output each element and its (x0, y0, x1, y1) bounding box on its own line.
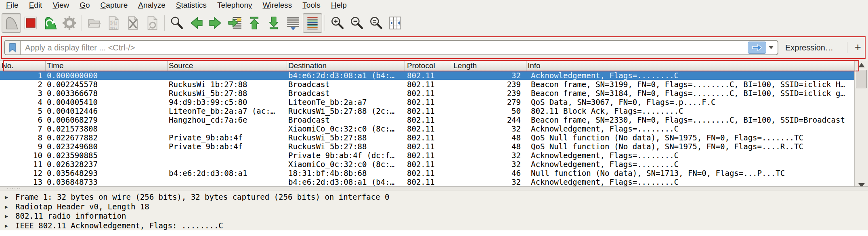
cell-destination: b4:e6:2d:d3:08:a1 (b4:… (288, 178, 394, 186)
menu-item[interactable]: Help (326, 0, 352, 10)
expander-triangle-icon[interactable]: ▶ (5, 221, 15, 231)
cell-info: Null function (No data), SN=1713, FN=0, … (531, 169, 853, 178)
scrollbar-thumb[interactable] (856, 70, 867, 88)
go-to-packet-button[interactable] (225, 13, 245, 33)
stop-square-icon (23, 15, 38, 31)
cell-protocol: 802.11 (407, 107, 435, 115)
cell-time: 0.003366678 (47, 89, 98, 98)
packet-row[interactable]: 13 0.036848733 b4:e6:2d:d3:08:a1 (b4:… 8… (0, 178, 854, 186)
reload-file-button[interactable] (143, 13, 162, 33)
packet-row[interactable]: 3 0.003366678 RuckusWi_5b:27:88 Broadcas… (0, 89, 854, 98)
menu-item[interactable]: Capture (95, 0, 133, 10)
zoom-in-icon (329, 15, 345, 31)
menu-item[interactable]: Tools (297, 0, 325, 10)
column-divider[interactable] (287, 61, 287, 71)
cell-length: 32 (452, 71, 521, 80)
restart-capture-button[interactable] (40, 13, 60, 33)
resize-columns-button[interactable] (386, 13, 405, 33)
filter-bookmark-button[interactable] (5, 41, 21, 54)
menu-item[interactable]: Telephony (212, 0, 258, 10)
lines-marker-icon (285, 15, 301, 31)
column-header-source[interactable]: Source (169, 61, 193, 70)
go-back-button[interactable] (187, 13, 206, 33)
zoom-out-button[interactable] (347, 13, 366, 33)
cell-no: 2 (0, 80, 42, 89)
packet-row[interactable]: 1 0.000000000 b4:e6:2d:d3:08:a1 (b4:… 80… (0, 71, 854, 80)
pane-splitter[interactable] (0, 186, 868, 190)
column-divider[interactable] (45, 61, 46, 71)
detail-tree-row[interactable]: ▶ IEEE 802.11 Acknowledgement, Flags: ..… (0, 221, 868, 231)
menu-item[interactable]: File (1, 0, 24, 10)
packet-list-scrollbar[interactable] (854, 61, 868, 190)
packet-row[interactable]: 10 0.023590885 Private_9b:ab:4f (dc:f… 8… (0, 151, 854, 160)
zoom-in-button[interactable] (327, 13, 347, 33)
cell-destination: 18:31:bf:4b:8b:68 (288, 169, 367, 178)
menu-item[interactable]: View (47, 0, 74, 10)
filter-history-dropdown[interactable] (769, 46, 774, 49)
menu-item[interactable]: Analyze (133, 0, 171, 10)
column-header-protocol[interactable]: Protocol (407, 61, 435, 70)
start-capture-button[interactable] (2, 13, 21, 33)
expression-button[interactable]: Expression… (785, 40, 833, 55)
gear-icon (62, 15, 77, 31)
column-divider[interactable] (167, 61, 168, 71)
close-file-button[interactable] (123, 13, 143, 33)
colorize-packets-button[interactable] (303, 13, 322, 33)
magnifier-icon (169, 15, 185, 31)
add-filter-button[interactable]: + (850, 39, 866, 55)
display-filter-field[interactable] (4, 40, 778, 55)
cell-no: 11 (0, 160, 42, 169)
restart-fin-icon (42, 15, 58, 31)
cell-time: 0.006068279 (47, 115, 98, 124)
cell-no: 4 (0, 98, 42, 107)
display-filter-input[interactable] (21, 43, 748, 52)
packet-row[interactable]: 6 0.006068279 Hangzhou_cd:7a:6e Broadcas… (0, 115, 854, 124)
column-header-no[interactable]: No. (2, 61, 14, 70)
menu-item[interactable]: Edit (24, 0, 48, 10)
packet-row[interactable]: 11 0.026328237 XiaomiCo_0c:32:c0 (8c:… 8… (0, 160, 854, 169)
column-divider[interactable] (452, 61, 452, 71)
column-divider[interactable] (526, 61, 526, 71)
capture-options-button[interactable] (60, 13, 79, 33)
go-forward-button[interactable] (206, 13, 225, 33)
expander-triangle-icon[interactable]: ▶ (5, 192, 15, 202)
packet-row[interactable]: 8 0.022677882 Private_9b:ab:4f RuckusWi_… (0, 133, 854, 142)
menu-item[interactable]: Wireless (258, 0, 298, 10)
detail-tree-row[interactable]: ▶ 802.11 radio information (0, 211, 868, 221)
menu-item[interactable]: Statistics (171, 0, 212, 10)
packet-row[interactable]: 5 0.004012446 LiteonTe_bb:2a:a7 (ac:… Ru… (0, 107, 854, 115)
find-packet-button[interactable] (167, 13, 187, 33)
save-file-button[interactable]: 010101100011 (104, 13, 123, 33)
column-header-destination[interactable]: Destination (288, 61, 327, 70)
column-header-info[interactable]: Info (528, 61, 541, 70)
cell-info: Acknowledgement, Flags=........C (531, 124, 853, 133)
close-document-icon (125, 15, 140, 31)
cell-time: 0.026328237 (47, 160, 98, 169)
go-last-packet-button[interactable] (264, 13, 283, 33)
open-file-button[interactable] (84, 13, 104, 33)
auto-scroll-button[interactable] (283, 13, 303, 33)
zoom-reset-button[interactable] (366, 13, 386, 33)
cell-protocol: 802.11 (407, 124, 435, 133)
cell-info: Beacon frame, SN=3184, FN=0, Flags=.....… (531, 89, 853, 98)
go-first-packet-button[interactable] (245, 13, 264, 33)
scroll-up-button[interactable] (855, 61, 868, 69)
cell-length: 32 (452, 178, 521, 186)
packet-row[interactable]: 2 0.002245578 RuckusWi_1b:27:88 Broadcas… (0, 80, 854, 89)
column-header-length[interactable]: Length (453, 61, 477, 70)
detail-tree-row[interactable]: ▶ Radiotap Header v0, Length 18 (0, 202, 868, 212)
filter-bar-separator (847, 42, 847, 53)
column-header-time[interactable]: Time (47, 61, 64, 70)
packet-row[interactable]: 7 0.021573808 XiaomiCo_0c:32:c0 (8c:… 80… (0, 124, 854, 133)
detail-tree-row[interactable]: ▶ Frame 1: 32 bytes on wire (256 bits), … (0, 192, 868, 202)
menu-item[interactable]: Go (74, 0, 95, 10)
expander-triangle-icon[interactable]: ▶ (5, 211, 15, 221)
packet-row[interactable]: 12 0.035648293 b4:e6:2d:d3:08:a1 18:31:b… (0, 169, 854, 178)
apply-filter-button[interactable] (748, 42, 766, 54)
packet-row[interactable]: 4 0.004005410 94:d9:b3:99:c5:80 LiteonTe… (0, 98, 854, 107)
cell-time: 0.022677882 (47, 133, 98, 142)
packet-row[interactable]: 9 0.023249680 Private_9b:ab:4f RuckusWi_… (0, 142, 854, 151)
stop-capture-button[interactable] (21, 13, 40, 33)
column-divider[interactable] (405, 61, 405, 71)
expander-triangle-icon[interactable]: ▶ (5, 202, 15, 212)
